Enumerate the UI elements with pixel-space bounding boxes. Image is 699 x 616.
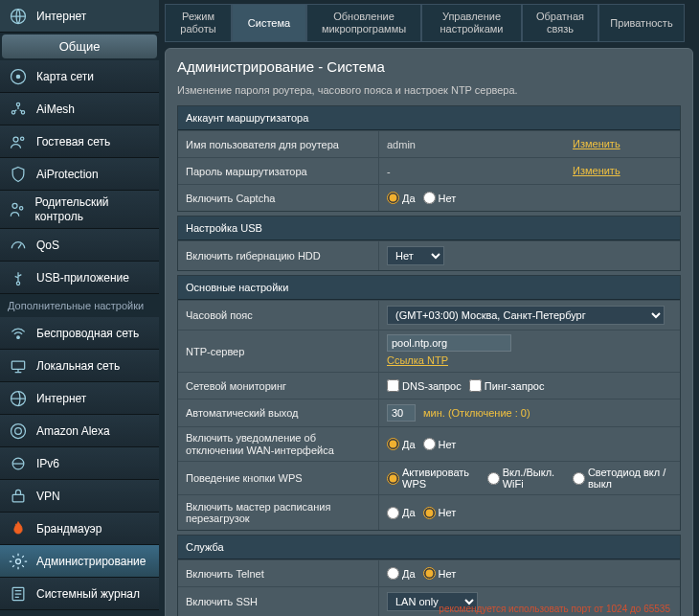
wps-activate-radio[interactable] bbox=[387, 472, 399, 485]
sidebar-item-usb[interactable]: USB-приложение bbox=[0, 262, 159, 294]
label: Включить SSH bbox=[178, 587, 379, 616]
sidebar-item-wireless[interactable]: Беспроводная сеть bbox=[0, 317, 159, 350]
change-password-link[interactable]: Изменить bbox=[573, 165, 620, 176]
row-captcha: Включить Captcha Да Нет bbox=[178, 184, 680, 211]
nav-label: IPv6 bbox=[36, 457, 59, 470]
sidebar-item-ipv6[interactable]: IPv6 bbox=[0, 447, 159, 480]
value: - bbox=[379, 158, 565, 184]
sidebar-item-administration[interactable]: Администрирование bbox=[0, 545, 159, 578]
sidebar-item-syslog[interactable]: Системный журнал bbox=[0, 578, 159, 610]
sidebar-item-lan[interactable]: Локальная сеть bbox=[0, 350, 159, 382]
radio-text: Нет bbox=[439, 439, 457, 450]
page-desc: Изменение пароля роутера, часового пояса… bbox=[177, 84, 681, 105]
svg-point-15 bbox=[15, 427, 22, 434]
radio-text: Активировать WPS bbox=[402, 467, 478, 490]
group-main: Основные настройки Часовой пояс (GMT+03:… bbox=[177, 275, 681, 531]
sidebar-item-firewall[interactable]: Брандмауэр bbox=[0, 513, 159, 545]
log-icon bbox=[8, 583, 29, 605]
reboot-yes-radio[interactable] bbox=[387, 507, 399, 519]
radio-text: Вкл./Выкл. WiFi bbox=[503, 467, 563, 490]
autologout-input[interactable] bbox=[387, 404, 416, 422]
svg-point-6 bbox=[13, 137, 18, 142]
page-title: Администрирование - Система bbox=[177, 58, 681, 84]
captcha-yes-radio[interactable] bbox=[387, 192, 399, 204]
tab-privacy[interactable]: Приватность bbox=[598, 4, 685, 42]
hdd-hibernate-select[interactable]: Нет bbox=[387, 246, 444, 265]
label: Включить гибернацию HDD bbox=[178, 241, 379, 270]
sidebar-item-network-map[interactable]: Карта сети bbox=[0, 60, 159, 93]
wan-no-radio[interactable] bbox=[423, 438, 436, 450]
sidebar-item-qos[interactable]: QoS bbox=[0, 229, 159, 262]
usb-icon bbox=[8, 267, 29, 288]
sidebar-item-alexa[interactable]: Amazon Alexa bbox=[0, 415, 159, 447]
tab-firmware[interactable]: Обновление микропрограммы bbox=[306, 4, 421, 42]
tab-system[interactable]: Система bbox=[232, 4, 306, 42]
sidebar-item-aiprotection[interactable]: AiProtection bbox=[0, 158, 159, 191]
row-password: Пароль маршрутизатора - Изменить bbox=[178, 157, 680, 184]
svg-point-7 bbox=[21, 137, 24, 140]
guest-icon bbox=[8, 131, 29, 152]
sidebar-item-vpn[interactable]: VPN bbox=[0, 480, 159, 513]
label: Включить мастер расписания перезагрузок bbox=[178, 495, 379, 530]
tab-settings-mgmt[interactable]: Управление настройками bbox=[421, 4, 522, 42]
main-area: Режим работы Система Обновление микропро… bbox=[159, 0, 699, 616]
lan-icon bbox=[8, 355, 29, 376]
wan-yes-radio[interactable] bbox=[387, 438, 399, 450]
sidebar-section-advanced: Дополнительные настройки bbox=[0, 294, 159, 317]
row-wps: Поведение кнопки WPS Активировать WPS Вк… bbox=[178, 461, 680, 494]
sidebar-section-general: Общие bbox=[2, 34, 157, 58]
firewall-icon bbox=[8, 518, 29, 539]
timezone-select[interactable]: (GMT+03:00) Москва, Санкт-Петербург bbox=[387, 306, 665, 325]
ping-query-checkbox[interactable] bbox=[469, 379, 482, 392]
tabs: Режим работы Система Обновление микропро… bbox=[165, 4, 693, 42]
sidebar-item-guest[interactable]: Гостевая сеть bbox=[0, 125, 159, 158]
sidebar-item-internet[interactable]: Интернет bbox=[0, 382, 159, 415]
svg-point-14 bbox=[11, 423, 26, 438]
aimesh-icon bbox=[8, 99, 29, 120]
wifi-icon bbox=[8, 323, 29, 344]
label: Имя пользователя для роутера bbox=[178, 131, 379, 157]
telnet-no-radio[interactable] bbox=[423, 567, 436, 580]
sidebar: Интернет Общие Карта сети AiMesh Гостева… bbox=[0, 0, 159, 616]
reboot-no-radio[interactable] bbox=[423, 507, 436, 519]
ntp-link[interactable]: Ссылка NTP bbox=[387, 354, 448, 366]
sidebar-item-parental[interactable]: Родительский контроль bbox=[0, 191, 159, 229]
globe-icon bbox=[8, 6, 29, 27]
row-reboot-sched: Включить мастер расписания перезагрузок … bbox=[178, 494, 680, 530]
svg-rect-12 bbox=[11, 361, 24, 369]
wps-led-radio[interactable] bbox=[573, 472, 585, 485]
nav-label: QoS bbox=[36, 239, 59, 252]
nav-label: Беспроводная сеть bbox=[36, 327, 139, 340]
panel: Администрирование - Система Изменение па… bbox=[165, 48, 693, 616]
svg-point-11 bbox=[17, 335, 20, 338]
label: Пароль маршрутизатора bbox=[178, 158, 379, 184]
nav-label: Системный журнал bbox=[36, 587, 140, 601]
row-username: Имя пользователя для роутера admin Измен… bbox=[178, 130, 680, 157]
captcha-no-radio[interactable] bbox=[423, 192, 436, 204]
row-netmon: Сетевой мониторинг DNS-запрос Пинг-запро… bbox=[178, 372, 680, 399]
group-header: Служба bbox=[178, 536, 680, 559]
gear-icon bbox=[8, 551, 29, 572]
tab-mode[interactable]: Режим работы bbox=[165, 4, 232, 42]
radio-text: Да bbox=[402, 439, 416, 450]
dns-query-checkbox[interactable] bbox=[387, 379, 399, 392]
radio-text: Нет bbox=[439, 507, 457, 518]
label: NTP-сервер bbox=[178, 331, 379, 372]
nav-label: Карта сети bbox=[36, 70, 94, 83]
nav-label: USB-приложение bbox=[36, 271, 129, 285]
wps-wifi-radio[interactable] bbox=[487, 472, 500, 485]
telnet-yes-radio[interactable] bbox=[387, 567, 399, 580]
ntp-server-input[interactable] bbox=[387, 334, 511, 352]
sidebar-top-internet[interactable]: Интернет bbox=[0, 0, 159, 33]
group-header: Основные настройки bbox=[178, 276, 680, 300]
vpn-icon bbox=[8, 486, 29, 507]
nav-label: AiMesh bbox=[36, 103, 75, 116]
svg-point-2 bbox=[16, 75, 19, 78]
tab-feedback[interactable]: Обратная связь bbox=[522, 4, 598, 42]
svg-point-8 bbox=[12, 203, 17, 208]
svg-point-18 bbox=[16, 559, 21, 563]
change-username-link[interactable]: Изменить bbox=[573, 138, 620, 149]
sidebar-item-aimesh[interactable]: AiMesh bbox=[0, 93, 159, 125]
radio-text: Светодиод вкл / выкл bbox=[588, 467, 672, 490]
svg-point-3 bbox=[16, 103, 19, 105]
